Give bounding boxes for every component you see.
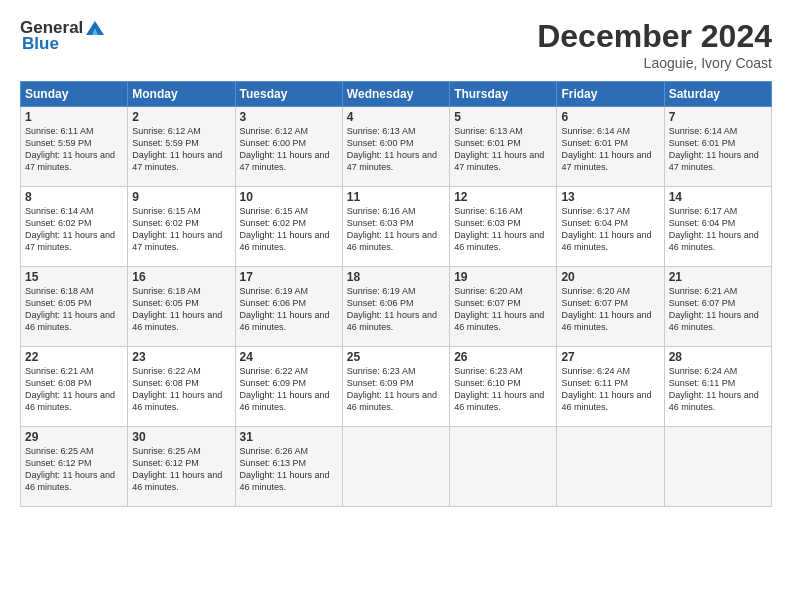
- day-info: Sunrise: 6:21 AMSunset: 6:08 PMDaylight:…: [25, 365, 123, 414]
- day-number: 21: [669, 270, 767, 284]
- day-number: 23: [132, 350, 230, 364]
- day-number: 29: [25, 430, 123, 444]
- calendar-cell: 26Sunrise: 6:23 AMSunset: 6:10 PMDayligh…: [450, 347, 557, 427]
- month-title: December 2024: [537, 18, 772, 55]
- header-cell-tuesday: Tuesday: [235, 82, 342, 107]
- calendar-cell: [664, 427, 771, 507]
- calendar-cell: 23Sunrise: 6:22 AMSunset: 6:08 PMDayligh…: [128, 347, 235, 427]
- header-cell-friday: Friday: [557, 82, 664, 107]
- calendar-cell: 9Sunrise: 6:15 AMSunset: 6:02 PMDaylight…: [128, 187, 235, 267]
- day-info: Sunrise: 6:14 AMSunset: 6:01 PMDaylight:…: [561, 125, 659, 174]
- calendar-cell: 17Sunrise: 6:19 AMSunset: 6:06 PMDayligh…: [235, 267, 342, 347]
- day-info: Sunrise: 6:26 AMSunset: 6:13 PMDaylight:…: [240, 445, 338, 494]
- calendar-cell: 14Sunrise: 6:17 AMSunset: 6:04 PMDayligh…: [664, 187, 771, 267]
- day-number: 1: [25, 110, 123, 124]
- day-info: Sunrise: 6:24 AMSunset: 6:11 PMDaylight:…: [669, 365, 767, 414]
- calendar-cell: [450, 427, 557, 507]
- day-number: 14: [669, 190, 767, 204]
- day-info: Sunrise: 6:15 AMSunset: 6:02 PMDaylight:…: [132, 205, 230, 254]
- logo-icon: [84, 19, 106, 37]
- day-info: Sunrise: 6:20 AMSunset: 6:07 PMDaylight:…: [454, 285, 552, 334]
- day-number: 16: [132, 270, 230, 284]
- day-number: 25: [347, 350, 445, 364]
- header: General Blue December 2024 Laoguie, Ivor…: [20, 18, 772, 71]
- calendar-cell: 5Sunrise: 6:13 AMSunset: 6:01 PMDaylight…: [450, 107, 557, 187]
- day-info: Sunrise: 6:23 AMSunset: 6:09 PMDaylight:…: [347, 365, 445, 414]
- day-info: Sunrise: 6:21 AMSunset: 6:07 PMDaylight:…: [669, 285, 767, 334]
- calendar-cell: 21Sunrise: 6:21 AMSunset: 6:07 PMDayligh…: [664, 267, 771, 347]
- title-section: December 2024 Laoguie, Ivory Coast: [537, 18, 772, 71]
- day-number: 7: [669, 110, 767, 124]
- calendar-cell: 18Sunrise: 6:19 AMSunset: 6:06 PMDayligh…: [342, 267, 449, 347]
- calendar-cell: 25Sunrise: 6:23 AMSunset: 6:09 PMDayligh…: [342, 347, 449, 427]
- day-number: 22: [25, 350, 123, 364]
- day-info: Sunrise: 6:25 AMSunset: 6:12 PMDaylight:…: [25, 445, 123, 494]
- header-row: SundayMondayTuesdayWednesdayThursdayFrid…: [21, 82, 772, 107]
- day-number: 28: [669, 350, 767, 364]
- page: General Blue December 2024 Laoguie, Ivor…: [0, 0, 792, 612]
- calendar-cell: 24Sunrise: 6:22 AMSunset: 6:09 PMDayligh…: [235, 347, 342, 427]
- day-info: Sunrise: 6:20 AMSunset: 6:07 PMDaylight:…: [561, 285, 659, 334]
- day-info: Sunrise: 6:25 AMSunset: 6:12 PMDaylight:…: [132, 445, 230, 494]
- day-info: Sunrise: 6:12 AMSunset: 6:00 PMDaylight:…: [240, 125, 338, 174]
- header-cell-wednesday: Wednesday: [342, 82, 449, 107]
- day-number: 4: [347, 110, 445, 124]
- location: Laoguie, Ivory Coast: [537, 55, 772, 71]
- day-info: Sunrise: 6:22 AMSunset: 6:08 PMDaylight:…: [132, 365, 230, 414]
- calendar-row-5: 29Sunrise: 6:25 AMSunset: 6:12 PMDayligh…: [21, 427, 772, 507]
- day-info: Sunrise: 6:24 AMSunset: 6:11 PMDaylight:…: [561, 365, 659, 414]
- day-number: 2: [132, 110, 230, 124]
- day-number: 31: [240, 430, 338, 444]
- calendar-cell: [342, 427, 449, 507]
- calendar-cell: 22Sunrise: 6:21 AMSunset: 6:08 PMDayligh…: [21, 347, 128, 427]
- day-info: Sunrise: 6:17 AMSunset: 6:04 PMDaylight:…: [669, 205, 767, 254]
- day-info: Sunrise: 6:11 AMSunset: 5:59 PMDaylight:…: [25, 125, 123, 174]
- header-cell-sunday: Sunday: [21, 82, 128, 107]
- day-info: Sunrise: 6:14 AMSunset: 6:02 PMDaylight:…: [25, 205, 123, 254]
- day-info: Sunrise: 6:19 AMSunset: 6:06 PMDaylight:…: [347, 285, 445, 334]
- calendar-cell: 30Sunrise: 6:25 AMSunset: 6:12 PMDayligh…: [128, 427, 235, 507]
- calendar-cell: 12Sunrise: 6:16 AMSunset: 6:03 PMDayligh…: [450, 187, 557, 267]
- day-info: Sunrise: 6:22 AMSunset: 6:09 PMDaylight:…: [240, 365, 338, 414]
- day-number: 11: [347, 190, 445, 204]
- calendar: SundayMondayTuesdayWednesdayThursdayFrid…: [20, 81, 772, 507]
- day-info: Sunrise: 6:19 AMSunset: 6:06 PMDaylight:…: [240, 285, 338, 334]
- calendar-cell: 15Sunrise: 6:18 AMSunset: 6:05 PMDayligh…: [21, 267, 128, 347]
- calendar-cell: 28Sunrise: 6:24 AMSunset: 6:11 PMDayligh…: [664, 347, 771, 427]
- calendar-row-4: 22Sunrise: 6:21 AMSunset: 6:08 PMDayligh…: [21, 347, 772, 427]
- day-number: 15: [25, 270, 123, 284]
- day-info: Sunrise: 6:18 AMSunset: 6:05 PMDaylight:…: [25, 285, 123, 334]
- day-info: Sunrise: 6:16 AMSunset: 6:03 PMDaylight:…: [347, 205, 445, 254]
- day-number: 3: [240, 110, 338, 124]
- day-number: 27: [561, 350, 659, 364]
- calendar-cell: 13Sunrise: 6:17 AMSunset: 6:04 PMDayligh…: [557, 187, 664, 267]
- day-number: 17: [240, 270, 338, 284]
- calendar-cell: [557, 427, 664, 507]
- day-info: Sunrise: 6:16 AMSunset: 6:03 PMDaylight:…: [454, 205, 552, 254]
- calendar-row-1: 1Sunrise: 6:11 AMSunset: 5:59 PMDaylight…: [21, 107, 772, 187]
- day-number: 6: [561, 110, 659, 124]
- day-number: 24: [240, 350, 338, 364]
- day-info: Sunrise: 6:14 AMSunset: 6:01 PMDaylight:…: [669, 125, 767, 174]
- day-info: Sunrise: 6:18 AMSunset: 6:05 PMDaylight:…: [132, 285, 230, 334]
- calendar-cell: 8Sunrise: 6:14 AMSunset: 6:02 PMDaylight…: [21, 187, 128, 267]
- calendar-cell: 27Sunrise: 6:24 AMSunset: 6:11 PMDayligh…: [557, 347, 664, 427]
- day-info: Sunrise: 6:15 AMSunset: 6:02 PMDaylight:…: [240, 205, 338, 254]
- calendar-cell: 29Sunrise: 6:25 AMSunset: 6:12 PMDayligh…: [21, 427, 128, 507]
- day-number: 18: [347, 270, 445, 284]
- calendar-cell: 16Sunrise: 6:18 AMSunset: 6:05 PMDayligh…: [128, 267, 235, 347]
- day-number: 8: [25, 190, 123, 204]
- calendar-row-2: 8Sunrise: 6:14 AMSunset: 6:02 PMDaylight…: [21, 187, 772, 267]
- day-info: Sunrise: 6:12 AMSunset: 5:59 PMDaylight:…: [132, 125, 230, 174]
- day-number: 26: [454, 350, 552, 364]
- calendar-cell: 7Sunrise: 6:14 AMSunset: 6:01 PMDaylight…: [664, 107, 771, 187]
- day-number: 13: [561, 190, 659, 204]
- day-number: 5: [454, 110, 552, 124]
- day-number: 19: [454, 270, 552, 284]
- header-cell-thursday: Thursday: [450, 82, 557, 107]
- calendar-cell: 20Sunrise: 6:20 AMSunset: 6:07 PMDayligh…: [557, 267, 664, 347]
- day-info: Sunrise: 6:13 AMSunset: 6:00 PMDaylight:…: [347, 125, 445, 174]
- logo: General Blue: [20, 18, 107, 54]
- calendar-cell: 6Sunrise: 6:14 AMSunset: 6:01 PMDaylight…: [557, 107, 664, 187]
- day-info: Sunrise: 6:13 AMSunset: 6:01 PMDaylight:…: [454, 125, 552, 174]
